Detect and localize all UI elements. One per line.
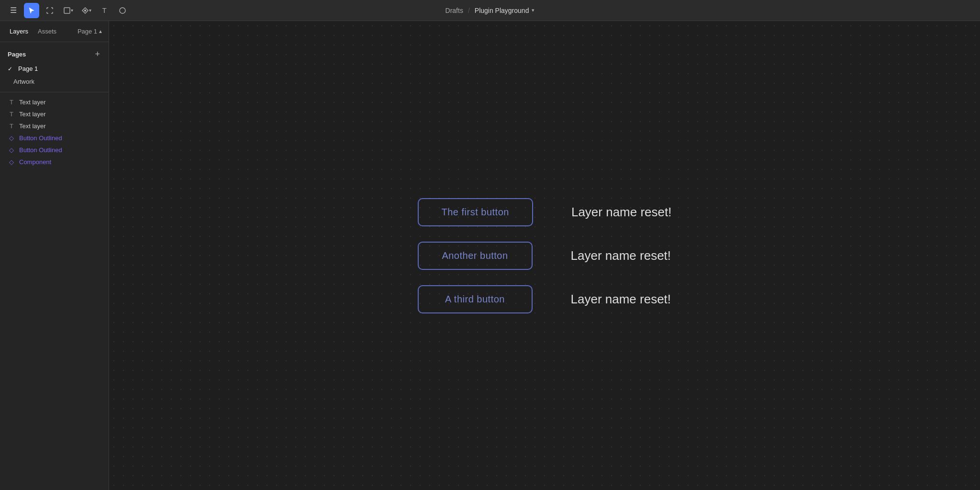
list-item[interactable]: ◇ Component [0,156,109,168]
sidebar-content: Pages + ✓ Page 1 Artwork T Text layer T … [0,42,109,490]
second-button-status: Layer name reset! [571,248,671,263]
layer-label: Text layer [19,99,46,106]
list-item[interactable]: T Text layer [0,96,109,108]
text-layer-icon: T [8,99,15,106]
svg-rect-8 [64,8,70,13]
tab-assets[interactable]: Assets [34,26,60,37]
canvas-row-2: Another button Layer name reset! [418,242,671,270]
layer-label: Button Outlined [19,134,62,142]
layer-label: Text layer [19,111,46,118]
page-indicator: Page 1 ▲ [78,28,103,35]
page-item-artwork[interactable]: Artwork [0,75,109,88]
project-name: Plugin Playground [475,7,529,14]
layer-label: Button Outlined [19,146,62,154]
layer-label: Text layer [19,122,46,130]
main-area: Layers Assets Page 1 ▲ Pages + ✓ Page 1 … [0,21,980,490]
pen-tool[interactable]: ▾ [78,3,94,18]
third-button-status: Layer name reset! [571,292,671,307]
breadcrumb-drafts: Drafts [445,7,463,14]
canvas-row-3: A third button Layer name reset! [418,285,671,313]
add-page-button[interactable]: + [94,50,101,58]
pages-section-header: Pages + [0,46,109,62]
sidebar: Layers Assets Page 1 ▲ Pages + ✓ Page 1 … [0,21,109,490]
page-item-label: Page 1 [18,65,38,72]
component-icon: ◇ [8,146,15,154]
svg-point-10 [120,8,125,13]
component-icon: ◇ [8,134,15,142]
select-tool[interactable] [24,3,39,18]
page-item-label: Artwork [13,78,34,85]
list-item[interactable]: T Text layer [0,108,109,120]
tab-layers[interactable]: Layers [6,26,32,37]
pages-section-label: Pages [8,51,26,58]
menu-icon[interactable]: ☰ [6,3,21,18]
third-button[interactable]: A third button [418,285,533,313]
first-button-status: Layer name reset! [571,205,672,220]
text-tool[interactable]: T [97,3,112,18]
page-indicator-chevron[interactable]: ▲ [98,29,103,34]
list-item[interactable]: ◇ Button Outlined [0,144,109,156]
layer-label: Component [19,158,51,166]
text-layer-icon: T [8,122,15,130]
canvas-content: The first button Layer name reset! Anoth… [418,198,672,313]
component-icon: ◇ [8,158,15,166]
page-item-page1[interactable]: ✓ Page 1 [0,62,109,75]
toolbar: ☰ ▾ ▾ T [0,0,980,21]
list-item[interactable]: T Text layer [0,120,109,132]
breadcrumb: Drafts / Plugin Playground ▾ [445,7,535,14]
breadcrumb-separator: / [468,7,470,14]
canvas: The first button Layer name reset! Anoth… [109,21,980,490]
toolbar-tools: ☰ ▾ ▾ T [6,3,130,18]
sidebar-tab-bar: Layers Assets Page 1 ▲ [0,21,109,42]
second-button[interactable]: Another button [418,242,533,270]
frame-tool[interactable] [42,3,57,18]
sidebar-divider [0,92,109,92]
project-chevron[interactable]: ▾ [532,7,535,13]
svg-point-9 [84,10,86,11]
list-item[interactable]: ◇ Button Outlined [0,132,109,144]
text-layer-icon: T [8,111,15,118]
comment-tool[interactable] [115,3,130,18]
canvas-row-1: The first button Layer name reset! [418,198,672,226]
shape-tool[interactable]: ▾ [60,3,76,18]
page-active-check: ✓ [8,66,12,72]
first-button[interactable]: The first button [418,198,533,226]
